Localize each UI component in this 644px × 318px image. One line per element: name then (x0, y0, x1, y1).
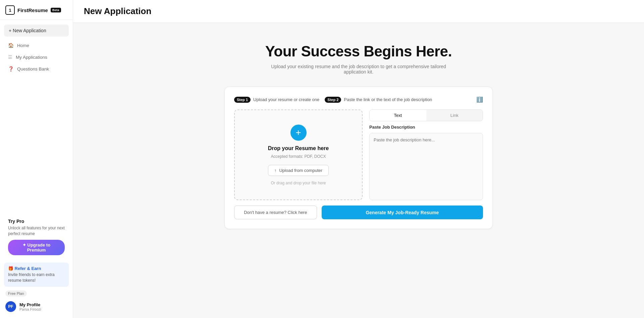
hero-title: Your Success Begins Here. (265, 43, 452, 60)
jd-label: Paste Job Description (369, 125, 483, 130)
sidebar-bottom: Try Pro Unlock all features for your nex… (0, 211, 73, 318)
upgrade-to-premium-button[interactable]: ✦ Upgrade to Premium (8, 240, 65, 255)
step2-label: Step 2 Paste the link or the text of the… (325, 97, 432, 103)
refer-earn-description: Invite friends to earn extra resume toke… (8, 272, 65, 283)
logo-icon: 1 (5, 5, 15, 15)
tab-row: Text Link (369, 109, 483, 121)
no-resume-button[interactable]: Don't have a resume? Click here (234, 206, 317, 219)
steps-header: Step 1 Upload your resume or create one … (234, 96, 483, 103)
try-pro-section: Try Pro Unlock all features for your nex… (4, 215, 69, 260)
step1-text: Upload your resume or create one (253, 97, 319, 102)
new-application-button[interactable]: + New Application (4, 25, 69, 37)
applications-icon: ☰ (8, 54, 12, 60)
avatar: PF (5, 301, 16, 312)
refer-earn-title: 🎁 Refer & Earn (8, 266, 65, 271)
step2-badge: Step 2 (325, 97, 341, 103)
sidebar: 1 FirstResume Beta + New Application 🏠 H… (0, 0, 73, 318)
job-description-textarea[interactable] (369, 133, 483, 200)
step1-label: Step 1 Upload your resume or create one (234, 97, 319, 103)
refer-earn-section: 🎁 Refer & Earn Invite friends to earn ex… (4, 263, 69, 287)
upload-icon: ↑ (274, 168, 277, 173)
tab-link-button[interactable]: Link (426, 110, 483, 121)
generate-resume-button[interactable]: Generate My Job-Ready Resume (322, 206, 483, 219)
upload-plus-icon: + (290, 125, 307, 141)
topbar: New Application (73, 0, 644, 23)
sidebar-item-questions-bank[interactable]: ❓ Questions Bank (3, 63, 70, 75)
main-content: New Application Your Success Begins Here… (73, 0, 644, 318)
job-description-area: Text Link Paste Job Description (369, 109, 483, 200)
profile-row[interactable]: PF My Profile Parsa Firoozi (4, 299, 69, 314)
hero-subtitle: Upload your existing resume and the job … (265, 64, 452, 75)
drop-resume-title: Drop your Resume here (268, 145, 329, 151)
profile-username: Parsa Firoozi (19, 307, 41, 311)
content-area: Your Success Begins Here. Upload your ex… (73, 23, 644, 318)
free-plan-badge: Free Plan (5, 290, 27, 297)
sidebar-item-my-applications[interactable]: ☰ My Applications (3, 51, 70, 63)
page-title: New Application (84, 6, 633, 16)
sidebar-item-label: My Applications (16, 55, 47, 60)
accepted-formats-text: Accepted formats: PDF, DOCX (271, 154, 326, 159)
logo-name: FirstResume (17, 7, 48, 13)
logo-area: 1 FirstResume Beta (0, 0, 73, 20)
tab-text-button[interactable]: Text (370, 110, 426, 121)
free-plan-badge-area: Free Plan (4, 290, 69, 299)
drag-drop-hint: Or drag and drop your file here (271, 181, 326, 185)
profile-name: My Profile (19, 302, 41, 307)
upload-drop-area[interactable]: + Drop your Resume here Accepted formats… (234, 109, 363, 200)
questions-icon: ❓ (8, 66, 14, 72)
sidebar-item-label: Home (17, 43, 29, 48)
upload-from-computer-button[interactable]: ↑ Upload from computer (268, 165, 329, 176)
sidebar-nav: 🏠 Home ☰ My Applications ❓ Questions Ban… (0, 39, 73, 75)
info-icon[interactable]: ℹ️ (476, 96, 483, 103)
try-pro-description: Unlock all features for your next perfec… (8, 225, 65, 237)
home-icon: 🏠 (8, 43, 14, 48)
form-body: + Drop your Resume here Accepted formats… (234, 109, 483, 200)
upload-btn-label: Upload from computer (279, 168, 322, 173)
sidebar-item-home[interactable]: 🏠 Home (3, 40, 70, 51)
form-card: Step 1 Upload your resume or create one … (224, 87, 493, 229)
step2-text: Paste the link or the text of the job de… (344, 97, 432, 102)
step1-badge: Step 1 (234, 97, 251, 103)
profile-info: My Profile Parsa Firoozi (19, 302, 41, 311)
beta-badge: Beta (51, 8, 61, 12)
try-pro-title: Try Pro (8, 219, 65, 224)
sidebar-item-label: Questions Bank (17, 66, 49, 72)
bottom-buttons: Don't have a resume? Click here Generate… (234, 206, 483, 219)
